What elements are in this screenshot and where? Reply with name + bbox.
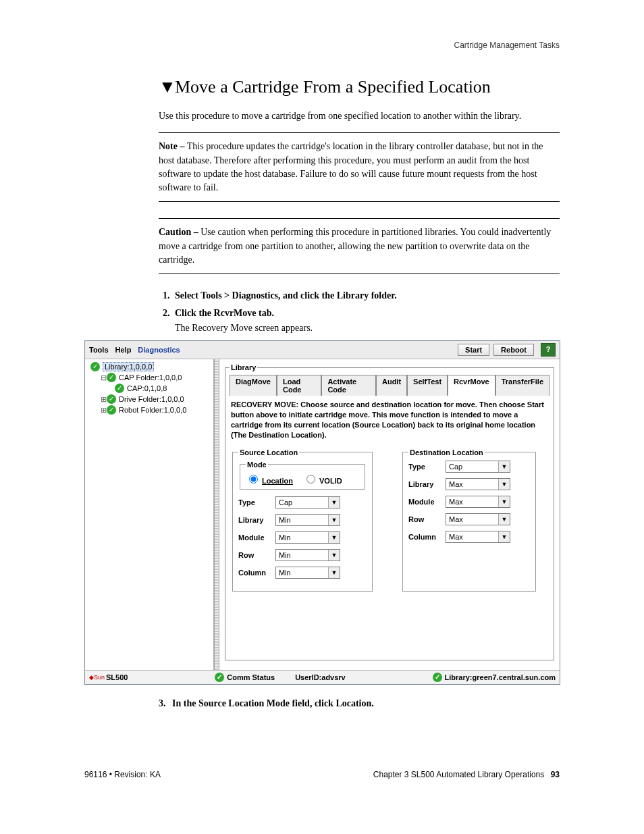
chevron-down-icon: ▼: [498, 479, 510, 490]
menu-help[interactable]: Help: [115, 346, 132, 354]
status-library: ✓ Library:green7.central.sun.com: [433, 673, 556, 682]
app-screenshot: Tools Help Diagnostics Start Reboot ? ✓ …: [84, 340, 560, 685]
check-icon: ✓: [107, 373, 116, 382]
src-library-combo[interactable]: Min▼: [275, 514, 340, 526]
dst-row-combo[interactable]: Max▼: [446, 513, 510, 525]
radio-volid-input[interactable]: [306, 475, 315, 484]
status-userid: UserID: advsrv: [295, 673, 346, 681]
src-column-label: Column: [238, 569, 275, 577]
tab-bar: DiagMove Load Code Activate Code Audit S…: [230, 374, 549, 396]
check-icon: ✓: [433, 673, 442, 682]
footer-left: 96116 • Revision: KA: [84, 770, 161, 779]
start-button[interactable]: Start: [458, 344, 489, 356]
chevron-down-icon: ▼: [498, 531, 510, 542]
tree-item-label: Robot Folder:1,0,0,0: [119, 406, 186, 414]
menu-diagnostics[interactable]: Diagnostics: [138, 346, 180, 354]
running-header: Cartridge Management Tasks: [84, 41, 560, 50]
src-column-combo[interactable]: Min▼: [275, 567, 340, 579]
chevron-down-icon: ▼: [328, 567, 340, 578]
tree-item-library[interactable]: ✓ Library:1,0,0,0: [88, 362, 211, 371]
mode-legend: Mode: [246, 461, 268, 469]
status-product: ◆Sun SL500: [89, 673, 128, 681]
radio-location[interactable]: Location: [246, 477, 293, 485]
radio-location-label: Location: [262, 477, 293, 485]
src-row-value: Min: [279, 551, 291, 559]
main-panel: Library DiagMove Load Code Activate Code…: [219, 359, 560, 670]
chevron-down-icon: ▼: [328, 550, 340, 561]
footer-right: Chapter 3 SL500 Automated Library Operat…: [373, 770, 560, 779]
tab-rcvrmove[interactable]: RcvrMove: [448, 375, 495, 396]
dst-type-value: Cap: [449, 463, 462, 471]
tree-expand-icon[interactable]: ⊟: [100, 373, 107, 382]
reboot-button[interactable]: Reboot: [493, 344, 534, 356]
tab-diagmove[interactable]: DiagMove: [230, 375, 277, 396]
note-box: Note – This procedure updates the cartri…: [159, 132, 560, 202]
splitter-handle[interactable]: [214, 359, 219, 670]
step-1-text: Select Tools > Diagnostics, and click th…: [175, 290, 397, 301]
step-2-text: Click the RcvrMove tab.: [175, 308, 274, 318]
tab-selftest[interactable]: SelfTest: [407, 375, 448, 396]
tab-transferfile[interactable]: TransferFile: [495, 375, 549, 396]
step-3-number: 3.: [159, 698, 172, 709]
src-library-label: Library: [238, 516, 275, 524]
library-legend: Library: [230, 363, 257, 371]
tree-item-cap-folder[interactable]: ⊟ ✓ CAP Folder:1,0,0,0: [88, 373, 211, 382]
src-type-combo[interactable]: Cap▼: [275, 496, 340, 509]
tree-item-label: CAP:0,1,0,8: [127, 384, 167, 392]
tree-expand-icon[interactable]: ⊞: [100, 395, 107, 404]
dst-column-combo[interactable]: Max▼: [446, 531, 510, 543]
tree-item-cap[interactable]: ✓ CAP:0,1,0,8: [88, 384, 211, 393]
chevron-down-icon: ▼: [328, 515, 340, 525]
src-column-value: Min: [279, 569, 291, 577]
status-library-label: Library:: [445, 673, 473, 681]
tree-item-library-label: Library:1,0,0,0: [103, 362, 154, 371]
tab-audit[interactable]: Audit: [376, 375, 407, 396]
chevron-down-icon: ▼: [498, 514, 510, 525]
dst-module-combo[interactable]: Max▼: [446, 496, 510, 508]
radio-volid[interactable]: VOLID: [303, 477, 342, 485]
sun-logo-icon: ◆Sun: [89, 674, 105, 681]
step-3: 3.In the Source Location Mode field, cli…: [84, 698, 560, 709]
library-fieldset: Library DiagMove Load Code Activate Code…: [225, 363, 554, 660]
menu-tools[interactable]: Tools: [89, 346, 109, 354]
dst-module-value: Max: [449, 498, 463, 506]
source-location-fieldset: Source Location Mode Location VOLID Type…: [232, 448, 373, 592]
help-button[interactable]: ?: [541, 343, 556, 357]
tree-expand-icon[interactable]: ⊞: [100, 406, 107, 415]
status-comm-text: Comm Status: [227, 673, 275, 681]
src-type-value: Cap: [279, 498, 292, 506]
chevron-down-icon: ▼: [498, 461, 510, 472]
step-2-followup: The Recovery Move screen appears.: [175, 323, 560, 334]
mode-fieldset: Mode Location VOLID: [240, 461, 365, 490]
src-module-label: Module: [238, 533, 275, 542]
dst-library-combo[interactable]: Max▼: [446, 478, 510, 490]
src-row-combo[interactable]: Min▼: [275, 549, 340, 561]
status-library-host: green7.central.sun.com: [473, 673, 556, 681]
dst-type-label: Type: [408, 463, 446, 471]
tab-loadcode[interactable]: Load Code: [277, 375, 321, 396]
page-footer: 96116 • Revision: KA Chapter 3 SL500 Aut…: [84, 770, 560, 779]
src-module-value: Min: [279, 533, 291, 542]
source-legend: Source Location: [238, 448, 299, 457]
chevron-down-icon: ▼: [498, 496, 510, 507]
check-icon: ✓: [215, 673, 224, 682]
dst-type-combo[interactable]: Cap▼: [446, 461, 510, 473]
tab-activatecode[interactable]: Activate Code: [321, 375, 376, 396]
tree-panel: ✓ Library:1,0,0,0 ⊟ ✓ CAP Folder:1,0,0,0…: [85, 359, 214, 670]
status-userid-value: advsrv: [321, 673, 345, 681]
step-list: Select Tools > Diagnostics, and click th…: [84, 290, 560, 334]
footer-chapter: Chapter 3 SL500 Automated Library Operat…: [373, 770, 545, 779]
intro-paragraph: Use this procedure to move a cartridge f…: [84, 109, 560, 123]
dst-column-label: Column: [408, 533, 446, 541]
section-marker-icon: ▼: [159, 77, 172, 97]
tree-item-robot-folder[interactable]: ⊞ ✓ Robot Folder:1,0,0,0: [88, 405, 211, 415]
src-module-combo[interactable]: Min▼: [275, 531, 340, 544]
radio-location-input[interactable]: [249, 475, 258, 484]
check-icon: ✓: [107, 405, 116, 415]
chevron-down-icon: ▼: [328, 497, 340, 508]
dest-legend: Destination Location: [408, 448, 485, 457]
tree-item-drive-folder[interactable]: ⊞ ✓ Drive Folder:1,0,0,0: [88, 394, 211, 404]
note-text: This procedure updates the cartridge's l…: [159, 141, 543, 192]
app-menubar: Tools Help Diagnostics Start Reboot ?: [85, 341, 560, 359]
status-bar: ◆Sun SL500 ✓ Comm Status UserID: advsrv …: [85, 670, 560, 684]
